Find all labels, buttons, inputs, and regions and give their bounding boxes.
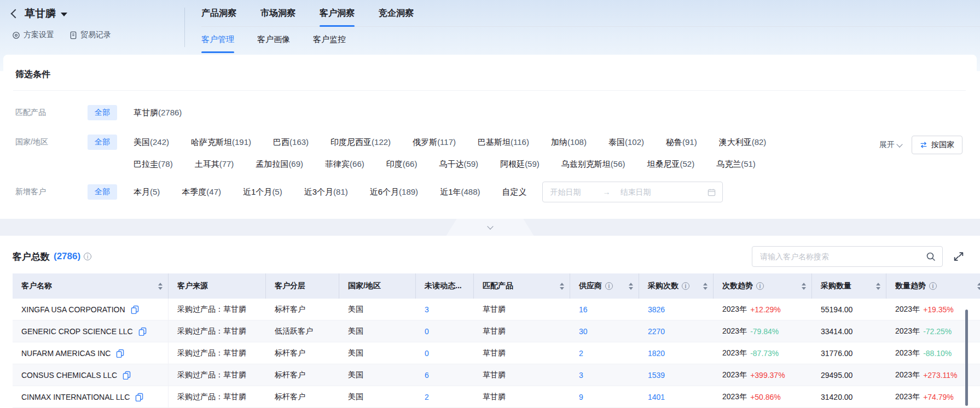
country-filter-chip[interactable]: 哈萨克斯坦(191) [191,137,251,148]
column-header[interactable]: 匹配产品 i [474,273,570,299]
column-header[interactable]: 国家/地区 i [339,273,416,299]
search-input[interactable] [752,252,926,261]
table-row[interactable]: CINMAX INTERNATIONAL LLC 采购过产品：草甘膦 标杆客户 … [13,386,980,408]
filter-all-chip[interactable]: 全部 [88,105,117,120]
column-header[interactable]: 次数趋势 i [714,273,812,299]
copy-icon[interactable] [138,327,147,336]
end-date-input[interactable] [611,188,671,196]
search-icon[interactable] [926,252,936,261]
period-filter-chip[interactable]: 近3个月(81) [304,187,348,197]
copy-icon[interactable] [123,371,131,380]
period-filter-chip[interactable]: 近1年(488) [440,187,480,197]
product-title[interactable]: 草甘膦 [25,7,56,21]
country-filter-chip[interactable]: 印度(66) [386,159,417,170]
trade-records-link[interactable]: 贸易记录 [69,30,111,40]
info-icon[interactable]: i [84,253,91,260]
period-filter-chip[interactable]: 本月(5) [134,187,160,197]
tab-product-insight[interactable]: 产品洞察 [201,8,236,19]
country-filter-chip[interactable]: 巴西(163) [273,137,309,148]
column-header[interactable]: 供应商 i [570,273,639,299]
purchase-count-link[interactable]: 1539 [648,371,665,380]
period-filter-chip[interactable]: 本季度(47) [182,187,221,197]
purchase-count-link[interactable]: 2270 [648,327,665,336]
subtab-customer-profile[interactable]: 客户画像 [257,34,290,45]
unread-updates-link[interactable]: 0 [425,349,429,358]
date-range-picker[interactable]: → [542,182,723,202]
country-filter-chip[interactable]: 孟加拉国(69) [256,159,303,170]
country-filter-chip[interactable]: 乌克兰(51) [716,159,756,170]
column-header[interactable]: 采购次数 i [639,273,714,299]
copy-icon[interactable] [135,393,143,401]
copy-icon[interactable] [131,305,139,314]
suppliers-link[interactable]: 16 [579,305,588,314]
suppliers-link[interactable]: 2 [579,349,583,358]
tab-market-insight[interactable]: 市场洞察 [260,8,295,19]
country-filter-chip[interactable]: 阿根廷(59) [500,159,540,170]
country-filter-chip[interactable]: 泰国(102) [608,137,644,148]
info-icon[interactable]: i [605,282,613,290]
info-icon[interactable]: i [929,282,937,290]
back-icon[interactable] [11,9,20,19]
unread-updates-link[interactable]: 0 [425,327,429,336]
purchase-count-link[interactable]: 1820 [648,349,665,358]
filter-all-chip[interactable]: 全部 [88,135,117,150]
fullscreen-icon[interactable] [953,250,965,263]
country-filter-chip[interactable]: 巴拉圭(78) [134,159,173,170]
country-filter-chip[interactable]: 加纳(108) [551,137,587,148]
country-filter-chip[interactable]: 澳大利亚(82) [719,137,767,148]
sort-icon[interactable] [973,283,980,290]
subtab-customer-management[interactable]: 客户管理 [201,34,234,45]
tab-competitor-insight[interactable]: 竞企洞察 [379,8,414,19]
purchase-count-link[interactable]: 1401 [648,393,665,401]
country-filter-chip[interactable]: 坦桑尼亚(52) [647,159,695,170]
column-header[interactable]: 客户名称 i [13,273,169,299]
unread-updates-link[interactable]: 3 [425,305,429,314]
custom-range-option[interactable]: 自定义 [502,187,527,197]
country-filter-chip[interactable]: 美国(242) [134,137,169,148]
info-icon[interactable]: i [756,282,764,290]
country-filter-chip[interactable]: 巴基斯坦(116) [478,137,529,148]
subtab-customer-monitor[interactable]: 客户监控 [313,34,346,45]
expand-toggle[interactable]: 展开 [879,140,902,150]
table-row[interactable]: GENERIC CROP SCIENCE LLC 采购过产品：草甘膦 低活跃客户… [13,320,980,342]
sort-icon[interactable] [797,283,806,290]
product-dropdown-caret-icon[interactable] [61,13,67,16]
sort-icon[interactable] [555,283,564,290]
column-header[interactable]: 客户分层 i [266,273,339,299]
column-header[interactable]: 客户来源 i [169,273,266,299]
country-filter-chip[interactable]: 菲律宾(66) [325,159,364,170]
info-icon[interactable]: i [682,282,689,290]
unread-updates-link[interactable]: 6 [425,371,429,380]
collapse-filter-toggle[interactable] [446,219,534,236]
country-filter-chip[interactable]: 乌兹别克斯坦(56) [561,159,625,170]
column-header[interactable]: 数量趋势 i [886,273,980,299]
period-filter-chip[interactable]: 近6个月(189) [370,187,418,197]
country-filter-chip[interactable]: 俄罗斯(117) [413,137,456,148]
period-filter-chip[interactable]: 近1个月(5) [243,187,282,197]
table-row[interactable]: NUFARM AMERICAS INC 采购过产品：草甘膦 标杆客户 美国 0 … [13,342,980,364]
copy-icon[interactable] [116,349,124,358]
table-row[interactable]: XINGFA USA CORPORATION 采购过产品：草甘膦 标杆客户 美国… [13,299,980,320]
suppliers-link[interactable]: 9 [579,393,583,401]
plan-settings-link[interactable]: 方案设置 [12,30,54,40]
product-filter-chip[interactable]: 草甘膦(2786) [134,108,182,118]
tab-customer-insight[interactable]: 客户洞察 [320,8,355,19]
suppliers-link[interactable]: 30 [579,327,588,336]
customer-search-box[interactable] [752,246,943,267]
purchase-count-link[interactable]: 3826 [648,305,665,314]
vertical-scrollbar[interactable] [965,310,968,406]
country-filter-chip[interactable]: 印度尼西亚(122) [330,137,391,148]
country-filter-chip[interactable]: 秘鲁(91) [666,137,697,148]
country-filter-chip[interactable]: 土耳其(77) [195,159,234,170]
sort-icon[interactable] [872,283,880,290]
column-header[interactable]: 采购数量 i [812,273,886,299]
start-date-input[interactable] [543,188,603,196]
suppliers-link[interactable]: 3 [579,371,583,380]
unread-updates-link[interactable]: 2 [425,393,429,401]
sort-icon[interactable] [154,283,163,290]
by-country-button[interactable]: 按国家 [912,136,962,154]
column-header[interactable]: 未读动态... i [416,273,474,299]
sort-icon[interactable] [624,283,633,290]
filter-all-chip[interactable]: 全部 [88,184,117,200]
country-filter-chip[interactable]: 乌干达(59) [439,159,478,170]
